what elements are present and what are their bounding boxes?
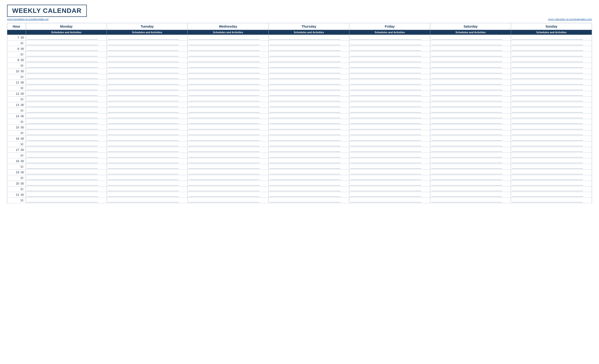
schedule-cell[interactable]: [430, 74, 511, 80]
schedule-cell[interactable]: [188, 170, 269, 175]
schedule-cell[interactable]: [511, 113, 592, 119]
schedule-cell[interactable]: [511, 63, 592, 69]
template-link-right[interactable]: more calendars at excelcalendars.com: [548, 18, 592, 21]
schedule-cell[interactable]: [430, 69, 511, 74]
schedule-cell[interactable]: [349, 141, 430, 147]
schedule-cell[interactable]: [107, 80, 188, 85]
schedule-cell[interactable]: [430, 113, 511, 119]
schedule-cell[interactable]: [430, 46, 511, 52]
schedule-cell[interactable]: [430, 147, 511, 153]
schedule-cell[interactable]: [268, 85, 349, 91]
schedule-cell[interactable]: [349, 113, 430, 119]
schedule-cell[interactable]: [26, 46, 107, 52]
schedule-cell[interactable]: [349, 46, 430, 52]
schedule-cell[interactable]: [430, 198, 511, 203]
schedule-cell[interactable]: [188, 74, 269, 80]
schedule-cell[interactable]: [188, 108, 269, 113]
schedule-cell[interactable]: [430, 63, 511, 69]
schedule-cell[interactable]: [188, 46, 269, 52]
schedule-cell[interactable]: [26, 63, 107, 69]
schedule-cell[interactable]: [107, 108, 188, 113]
schedule-cell[interactable]: [107, 41, 188, 46]
schedule-cell[interactable]: [268, 198, 349, 203]
schedule-cell[interactable]: [26, 158, 107, 164]
schedule-cell[interactable]: [349, 153, 430, 158]
schedule-cell[interactable]: [26, 186, 107, 192]
schedule-cell[interactable]: [430, 108, 511, 113]
schedule-cell[interactable]: [268, 164, 349, 170]
schedule-cell[interactable]: [26, 170, 107, 175]
schedule-cell[interactable]: [511, 46, 592, 52]
schedule-cell[interactable]: [430, 181, 511, 186]
schedule-cell[interactable]: [430, 164, 511, 170]
schedule-cell[interactable]: [430, 52, 511, 57]
schedule-cell[interactable]: [268, 158, 349, 164]
schedule-cell[interactable]: [26, 69, 107, 74]
schedule-cell[interactable]: [511, 136, 592, 141]
schedule-cell[interactable]: [511, 170, 592, 175]
schedule-cell[interactable]: [430, 175, 511, 181]
schedule-cell[interactable]: [107, 186, 188, 192]
schedule-cell[interactable]: [349, 52, 430, 57]
schedule-cell[interactable]: [26, 141, 107, 147]
schedule-cell[interactable]: [349, 97, 430, 102]
schedule-cell[interactable]: [268, 186, 349, 192]
schedule-cell[interactable]: [511, 85, 592, 91]
schedule-cell[interactable]: [188, 130, 269, 136]
schedule-cell[interactable]: [430, 85, 511, 91]
schedule-cell[interactable]: [107, 69, 188, 74]
schedule-cell[interactable]: [26, 97, 107, 102]
schedule-cell[interactable]: [26, 102, 107, 108]
schedule-cell[interactable]: [188, 97, 269, 102]
schedule-cell[interactable]: [430, 57, 511, 63]
schedule-cell[interactable]: [430, 153, 511, 158]
schedule-cell[interactable]: [107, 74, 188, 80]
schedule-cell[interactable]: [349, 147, 430, 153]
schedule-cell[interactable]: [511, 57, 592, 63]
schedule-cell[interactable]: [188, 186, 269, 192]
schedule-cell[interactable]: [511, 181, 592, 186]
schedule-cell[interactable]: [430, 136, 511, 141]
schedule-cell[interactable]: [26, 119, 107, 125]
schedule-cell[interactable]: [188, 136, 269, 141]
schedule-cell[interactable]: [349, 41, 430, 46]
schedule-cell[interactable]: [107, 52, 188, 57]
schedule-cell[interactable]: [107, 170, 188, 175]
schedule-cell[interactable]: [268, 113, 349, 119]
schedule-cell[interactable]: [107, 125, 188, 130]
schedule-cell[interactable]: [268, 52, 349, 57]
schedule-cell[interactable]: [26, 198, 107, 203]
schedule-cell[interactable]: [511, 41, 592, 46]
schedule-cell[interactable]: [430, 91, 511, 97]
schedule-cell[interactable]: [107, 158, 188, 164]
schedule-cell[interactable]: [430, 80, 511, 85]
schedule-cell[interactable]: [26, 153, 107, 158]
schedule-cell[interactable]: [107, 147, 188, 153]
schedule-cell[interactable]: [430, 41, 511, 46]
schedule-cell[interactable]: [430, 170, 511, 175]
schedule-cell[interactable]: [349, 158, 430, 164]
schedule-cell[interactable]: [268, 35, 349, 41]
schedule-cell[interactable]: [349, 35, 430, 41]
schedule-cell[interactable]: [511, 35, 592, 41]
schedule-cell[interactable]: [26, 52, 107, 57]
schedule-cell[interactable]: [268, 69, 349, 74]
schedule-cell[interactable]: [268, 57, 349, 63]
schedule-cell[interactable]: [349, 130, 430, 136]
schedule-cell[interactable]: [26, 130, 107, 136]
schedule-cell[interactable]: [511, 69, 592, 74]
schedule-cell[interactable]: [511, 102, 592, 108]
schedule-cell[interactable]: [349, 91, 430, 97]
schedule-cell[interactable]: [26, 57, 107, 63]
schedule-cell[interactable]: [511, 198, 592, 203]
schedule-cell[interactable]: [511, 119, 592, 125]
schedule-cell[interactable]: [430, 192, 511, 198]
schedule-cell[interactable]: [430, 186, 511, 192]
schedule-cell[interactable]: [107, 102, 188, 108]
schedule-cell[interactable]: [188, 41, 269, 46]
schedule-cell[interactable]: [107, 181, 188, 186]
schedule-cell[interactable]: [26, 91, 107, 97]
schedule-cell[interactable]: [26, 74, 107, 80]
schedule-cell[interactable]: [268, 46, 349, 52]
schedule-cell[interactable]: [188, 198, 269, 203]
